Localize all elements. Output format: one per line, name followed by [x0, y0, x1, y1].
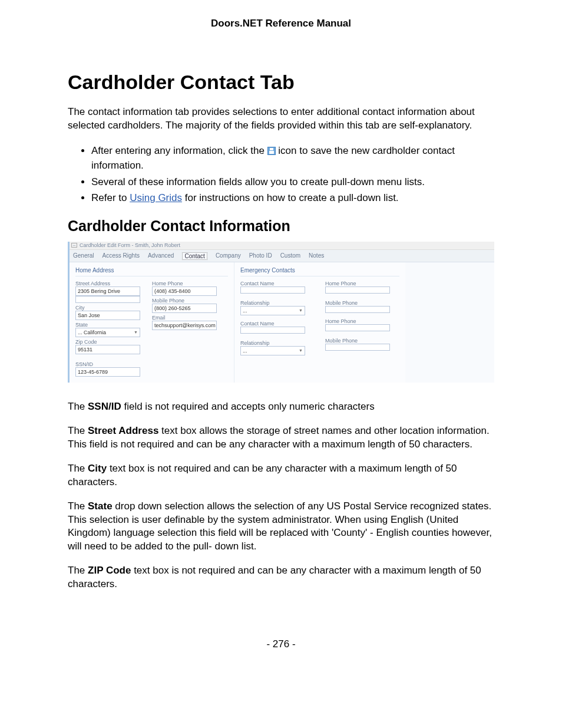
label-street: Street Address — [75, 281, 146, 286]
label-city: City — [75, 305, 146, 311]
using-grids-link[interactable]: Using Grids — [130, 192, 182, 203]
bullet-refer-pre: Refer to — [91, 192, 130, 203]
input-ec-mobilephone-1[interactable] — [325, 306, 390, 313]
para-street-bold: Street Address — [88, 425, 158, 436]
para-zip-bold: ZIP Code — [88, 565, 131, 576]
input-ssn[interactable]: 123-45-6789 — [75, 367, 140, 377]
page-title: Cardholder Contact Tab — [68, 71, 494, 94]
input-homephone[interactable]: (408) 435-8400 — [152, 286, 217, 296]
para-city: The City text box is not required and ca… — [68, 462, 494, 489]
tab-company[interactable]: Company — [216, 252, 241, 260]
input-contact-name-2[interactable] — [240, 327, 305, 334]
input-ec-mobilephone-2[interactable] — [325, 344, 390, 351]
label-ec-mobilephone-1: Mobile Phone — [325, 300, 399, 306]
label-state: State — [75, 322, 146, 328]
save-icon — [267, 147, 276, 155]
para-state-pre: The — [68, 500, 88, 512]
minimize-icon[interactable]: – — [71, 243, 77, 248]
contact-form-screenshot: – Cardholder Edit Form - Smith, John Rob… — [68, 242, 494, 383]
state-value: California — [84, 330, 106, 335]
home-address-header: Home Address — [75, 266, 228, 276]
empty-right-pane — [405, 262, 494, 383]
para-street-pre: The — [68, 425, 88, 436]
para-state-post: drop down selection allows the selection… — [68, 500, 492, 552]
state-prefix: ... — [78, 330, 84, 335]
chevron-down-icon: ▼ — [299, 307, 303, 314]
para-state-bold: State — [88, 500, 113, 512]
label-ec-homephone-2: Home Phone — [325, 318, 399, 324]
label-mobilephone: Mobile Phone — [152, 298, 223, 304]
input-contact-name-1[interactable] — [240, 286, 305, 294]
input-email[interactable]: techsupport@kerisys.com — [152, 321, 217, 330]
window-title: Cardholder Edit Form - Smith, John Rober… — [80, 242, 180, 248]
input-ec-homephone-1[interactable] — [325, 286, 390, 294]
label-contact-name-2: Contact Name — [240, 321, 315, 327]
tab-access-rights[interactable]: Access Rights — [103, 252, 140, 260]
para-ssn-post: field is not required and accepts only n… — [121, 401, 375, 412]
dropdown-relationship-2[interactable]: ... ▼ — [240, 346, 305, 355]
para-city-bold: City — [88, 463, 107, 474]
tab-notes[interactable]: Notes — [309, 252, 324, 260]
para-city-post: text box is not required and can be any … — [68, 463, 457, 487]
input-street[interactable]: 2305 Bering Drive — [75, 286, 140, 296]
input-zip[interactable]: 95131 — [75, 345, 140, 354]
para-zip: The ZIP Code text box is not required an… — [68, 564, 494, 591]
label-relationship-2: Relationship — [240, 340, 315, 346]
tab-custom[interactable]: Custom — [280, 252, 300, 260]
label-ec-mobilephone-2: Mobile Phone — [325, 338, 399, 344]
intro-paragraph: The contact information tab provides sel… — [68, 106, 494, 133]
input-mobilephone[interactable]: (800) 260-5265 — [152, 304, 217, 313]
doc-header: Doors.NET Reference Manual — [68, 18, 494, 29]
label-relationship-1: Relationship — [240, 300, 315, 306]
input-street2[interactable] — [75, 296, 140, 303]
page-number: - 276 - — [68, 638, 494, 650]
label-email: Email — [152, 315, 223, 321]
para-zip-pre: The — [68, 565, 88, 576]
para-state: The State drop down selection allows the… — [68, 500, 494, 554]
form-tabstrip: General Access Rights Advanced Contact C… — [70, 250, 494, 262]
para-ssn-bold: SSN/ID — [88, 401, 121, 412]
bullet-save: After entering any information, click th… — [91, 143, 494, 173]
para-ssn-pre: The — [68, 401, 88, 412]
section-title: Cardholder Contact Information — [68, 218, 494, 235]
label-homephone: Home Phone — [152, 281, 223, 286]
tab-advanced[interactable]: Advanced — [148, 252, 174, 260]
rel1-value: ... — [243, 307, 247, 314]
input-ec-homephone-2[interactable] — [325, 324, 390, 331]
emergency-header: Emergency Contacts — [240, 266, 399, 276]
para-city-pre: The — [68, 463, 88, 474]
dropdown-relationship-1[interactable]: ... ▼ — [240, 306, 305, 315]
dropdown-state[interactable]: ... California ▼ — [75, 328, 140, 337]
tab-contact[interactable]: Contact — [182, 252, 207, 260]
bullet-refer-post: for instructions on how to create a pull… — [185, 192, 399, 203]
label-ec-homephone-1: Home Phone — [325, 281, 399, 286]
bullet-list: After entering any information, click th… — [68, 143, 494, 206]
label-contact-name-1: Contact Name — [240, 281, 315, 286]
rel2-value: ... — [243, 347, 247, 354]
bullet-save-pre: After entering any information, click th… — [91, 145, 267, 156]
window-titlebar: – Cardholder Edit Form - Smith, John Rob… — [70, 242, 494, 250]
input-city[interactable]: San Jose — [75, 311, 140, 320]
tab-general[interactable]: General — [73, 252, 94, 260]
label-ssn: SSN/ID — [75, 361, 228, 367]
chevron-down-icon: ▼ — [299, 347, 303, 354]
bullet-pulldown: Several of these information fields allo… — [91, 174, 494, 190]
para-street: The Street Address text box allows the s… — [68, 424, 494, 452]
emergency-contacts-panel: Emergency Contacts Contact Name Relation… — [234, 262, 494, 383]
label-zip: Zip Code — [75, 339, 146, 345]
chevron-down-icon: ▼ — [134, 329, 138, 336]
bullet-refer: Refer to Using Grids for instructions on… — [91, 190, 494, 206]
tab-photo-id[interactable]: Photo ID — [249, 252, 272, 260]
home-address-panel: Home Address Street Address 2305 Bering … — [70, 262, 234, 383]
para-ssn: The SSN/ID field is not required and acc… — [68, 400, 494, 414]
